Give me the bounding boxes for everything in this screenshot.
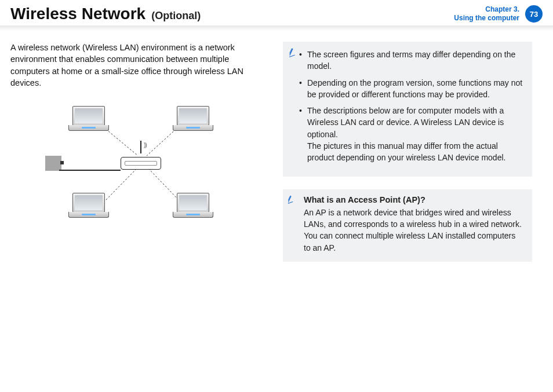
- network-diagram: )): [45, 100, 231, 228]
- page-title: Wireless Network: [10, 5, 145, 23]
- access-point-info-box: What is an Access Point (AP)? An AP is a…: [283, 189, 532, 262]
- laptop-icon: [68, 193, 109, 221]
- notes-list: The screen figures and terms may differ …: [307, 49, 524, 164]
- page-subtitle: (Optional): [151, 10, 201, 22]
- content: A wireless network (Wireless LAN) enviro…: [0, 31, 553, 272]
- note-item-text: The descriptions below are for computer …: [307, 105, 524, 140]
- note-item: Depending on the program version, some f…: [307, 77, 524, 101]
- ap-heading: What is an Access Point (AP)?: [304, 195, 524, 204]
- note-item-text: The pictures in this manual may differ f…: [307, 140, 524, 164]
- access-point-icon: )): [121, 152, 161, 170]
- svg-line-2: [106, 168, 137, 200]
- title-block: Wireless Network (Optional): [10, 5, 201, 23]
- ethernet-cable: [59, 170, 121, 171]
- left-column: A wireless network (Wireless LAN) enviro…: [10, 42, 265, 262]
- page-number-badge: 73: [525, 5, 543, 23]
- chapter-line-2: Using the computer: [454, 14, 519, 23]
- pen-icon: [285, 193, 297, 206]
- notes-box: The screen figures and terms may differ …: [283, 42, 532, 177]
- ap-description: An AP is a network device that bridges w…: [304, 207, 524, 254]
- laptop-icon: [173, 106, 213, 134]
- pen-icon: [286, 45, 300, 61]
- note-item: The descriptions below are for computer …: [307, 105, 524, 163]
- right-column: The screen figures and terms may differ …: [283, 42, 532, 262]
- laptop-icon: [68, 106, 109, 134]
- chapter-line-1: Chapter 3.: [454, 5, 519, 14]
- header-separator: [0, 25, 553, 31]
- note-item: The screen figures and terms may differ …: [307, 49, 524, 72]
- page-header: Wireless Network (Optional) Chapter 3. U…: [0, 0, 553, 25]
- wall-outlet: [45, 156, 61, 171]
- intro-paragraph: A wireless network (Wireless LAN) enviro…: [10, 42, 265, 89]
- laptop-icon: [173, 193, 213, 221]
- chapter-text: Chapter 3. Using the computer: [454, 5, 519, 23]
- chapter-block: Chapter 3. Using the computer 73: [454, 5, 543, 23]
